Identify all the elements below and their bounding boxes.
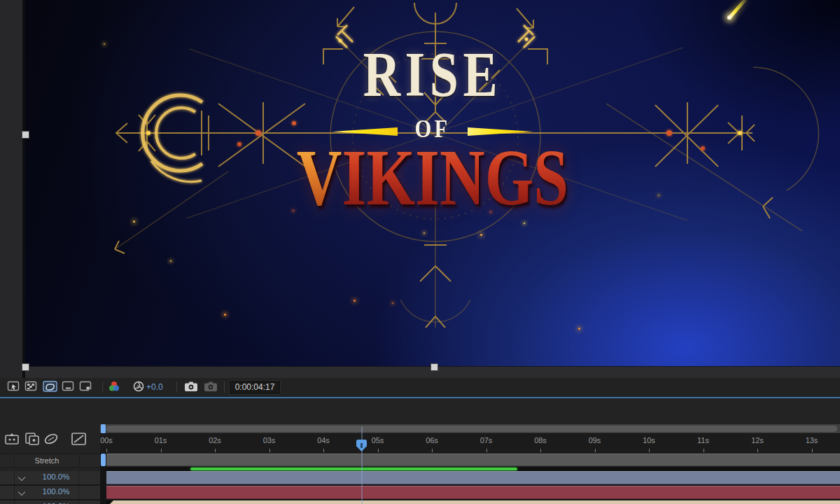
column-divider [78,500,79,504]
time-navigator[interactable] [100,424,840,433]
timeline-pane-toggles [0,430,100,449]
layer-switches-pane-icon[interactable] [4,431,22,447]
spark-particle [133,220,135,223]
title-letter: I [342,133,367,221]
ruler-tick [161,449,162,452]
stretch-value[interactable]: 100.0% [34,487,78,496]
ruler-label: 12s [751,436,764,444]
selection-handle-bottom-left[interactable] [22,363,29,371]
ruler-label: 07s [480,436,493,444]
layer-row-left: 100.0% [0,486,100,499]
work-area-start-handle[interactable] [101,454,106,466]
show-snapshot-icon[interactable] [203,380,218,393]
layer-row: 100.0% [0,486,840,499]
ruler-tick [270,449,270,452]
viewer-toolbar: +0.0 0:00:04:17 [0,378,840,396]
timecode-field[interactable]: 0:00:04:17 [229,380,281,395]
stretch-value[interactable]: 100.0% [34,472,78,481]
preview-pointer-icon[interactable] [7,380,21,393]
spark-particle [224,314,226,316]
expand-chevron-icon[interactable] [18,489,25,496]
ruler-label: 02s [209,436,221,444]
graph-editor-icon[interactable] [70,431,88,447]
title-letter: S [533,133,568,221]
transparency-grid-icon[interactable] [24,380,38,393]
ruler-label: 05s [372,436,384,444]
column-divider [14,471,15,484]
time-ruler[interactable]: 00s01s02s03s04s05s06s07s08s09s10s11s12s1… [100,433,840,453]
spark-particle [170,260,172,262]
layer-duration-bar[interactable] [106,486,840,499]
region-of-interest-icon[interactable] [79,380,93,393]
mask-visibility-icon[interactable] [43,380,58,393]
title-letter: I [415,133,440,221]
expand-chevron-icon[interactable] [18,474,25,481]
ruler-tick [649,449,650,452]
time-navigator-start-handle[interactable] [101,424,106,433]
ruler-label: 11s [697,436,709,444]
toolbar-divider [224,382,225,393]
timeline-panel: 00s01s02s03s04s05s06s07s08s09s10s11s12s1… [0,398,840,504]
time-navigator-bar[interactable] [106,426,837,432]
spark-particle [480,234,482,236]
exposure-value[interactable]: +0.0 [146,382,163,392]
ruler-label: 03s [263,436,276,444]
column-divider [14,486,15,499]
work-area-bar[interactable] [106,454,840,466]
title-letter: G [485,133,534,221]
take-snapshot-icon[interactable] [183,380,199,393]
title-vikings: VIKINGS [106,137,758,217]
ruler-label: 06s [426,436,438,444]
transfer-controls-pane-icon[interactable] [23,431,41,447]
spark-particle [578,328,580,330]
guides-icon[interactable] [62,380,76,393]
ruler-label: 13s [806,436,818,444]
spark-particle [392,302,393,304]
ruler-label: 04s [317,436,330,444]
spark-particle [354,300,356,302]
ruler-tick [323,449,324,452]
ruler-label: 00s [100,436,113,444]
ruler-tick [432,449,433,452]
layer-row: 100.0% [0,471,840,484]
ruler-label: 01s [155,436,167,444]
bar-corner-marker [106,500,113,504]
toolbar-divider [102,382,103,393]
ruler-label: 08s [534,436,547,444]
layer-duration-bar[interactable] [106,471,840,484]
ruler-tick [540,449,541,452]
in-out-duration-stretch-pane-icon[interactable] [42,431,60,447]
layer-row-left: 100.0% [0,471,100,484]
spark-particle [524,223,525,224]
ruler-tick [378,449,379,452]
composition-viewer[interactable]: RISE OF VIKINGS [25,0,840,366]
selection-handle-mid-left[interactable] [22,131,29,139]
ruler-tick [595,449,596,452]
stretch-column-label: Stretch [14,454,80,467]
layer-rows: 100.0%100.0%100.0% [0,471,840,504]
spark-particle [424,232,425,234]
selection-handle-bottom-center[interactable] [430,363,438,371]
layer-row-left: 100.0% [0,500,100,504]
cached-frames-bar [190,468,517,470]
toolbar-divider [176,382,177,393]
ruler-tick [486,449,487,452]
ruler-label: 09s [589,436,601,444]
ruler-tick [757,449,758,452]
ruler-tick [812,449,813,452]
ruler-tick [215,449,216,452]
spark-streak-head [727,15,732,20]
adjust-exposure-icon[interactable] [132,380,146,393]
panel-left-rail [0,0,22,378]
stretch-column-header: Stretch [0,454,100,468]
title-rise: RISE [99,43,766,106]
after-effects-window: RISE OF VIKINGS [0,0,840,504]
ruler-tick [704,449,704,452]
layer-duration-bar[interactable] [106,500,840,504]
column-divider [78,471,79,484]
title-letter: V [297,133,342,221]
title-letter: K [366,133,415,221]
show-channel-icon[interactable] [107,380,121,393]
layer-row: 100.0% [0,500,840,504]
column-divider [78,486,79,499]
